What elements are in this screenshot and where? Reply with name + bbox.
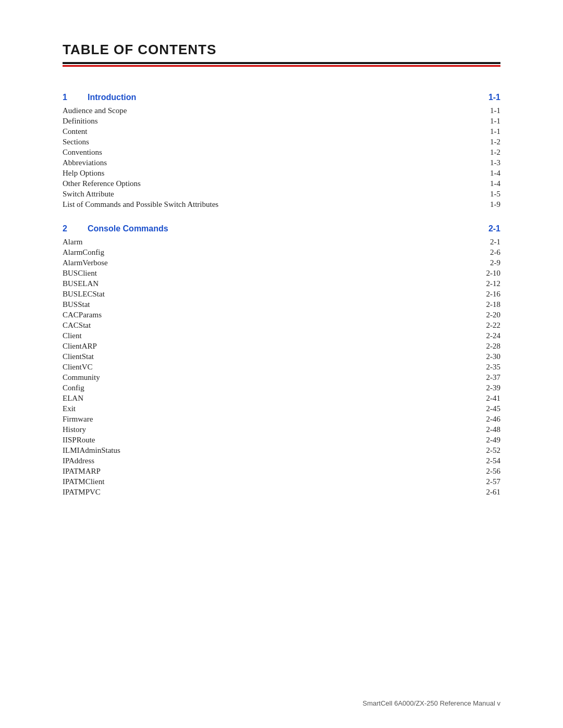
section-title-1: Introduction xyxy=(88,93,136,102)
toc-entry-page: 2-56 xyxy=(469,467,500,476)
toc-entry-title: Config xyxy=(63,384,84,392)
toc-entry-title: Help Options xyxy=(63,169,104,178)
toc-entry: ELAN2-41 xyxy=(63,393,500,403)
toc-entry-title: ILMIAdminStatus xyxy=(63,446,120,455)
toc-entry-title: IPATMPVC xyxy=(63,488,101,497)
toc-entry-page: 1-3 xyxy=(469,158,500,167)
title-rule-red xyxy=(63,65,500,67)
toc-entry-page: 2-46 xyxy=(469,415,500,424)
section-page-2: 2-1 xyxy=(488,224,500,233)
toc-entry-page: 1-9 xyxy=(469,200,500,209)
toc-entry: Definitions1-1 xyxy=(63,116,500,126)
toc-entry-page: 2-39 xyxy=(469,384,500,392)
toc-entry: Client2-24 xyxy=(63,330,500,341)
toc-entry-page: 2-48 xyxy=(469,425,500,434)
toc-entry: BUSClient2-10 xyxy=(63,268,500,278)
toc-entry-title: Sections xyxy=(63,138,89,146)
toc-entry-page: 1-2 xyxy=(469,148,500,157)
section-header-2: 2Console Commands2-1 xyxy=(63,224,500,233)
toc-entry-page: 2-6 xyxy=(469,248,500,257)
toc-entry-title: IPAddress xyxy=(63,456,94,465)
toc-entry-title: List of Commands and Possible Switch Att… xyxy=(63,200,218,209)
toc-entry: AlarmVerbose2-9 xyxy=(63,257,500,268)
toc-entry: Firmware2-46 xyxy=(63,414,500,424)
toc-entry: BUSELAN2-12 xyxy=(63,278,500,289)
toc-entry: History2-48 xyxy=(63,424,500,435)
toc-entry-page: 2-10 xyxy=(469,269,500,278)
toc-entry: IISPRoute2-49 xyxy=(63,435,500,445)
toc-entry: ClientARP2-28 xyxy=(63,341,500,351)
toc-entry-page: 2-30 xyxy=(469,352,500,361)
toc-entry: Conventions1-2 xyxy=(63,147,500,157)
toc-entry: IPATMARP2-56 xyxy=(63,466,500,476)
toc-entry: Abbreviations1-3 xyxy=(63,157,500,168)
toc-entry-title: Conventions xyxy=(63,148,102,157)
toc-entry-title: Abbreviations xyxy=(63,158,107,167)
toc-entry: CACParams2-20 xyxy=(63,310,500,320)
toc-entry-page: 2-49 xyxy=(469,436,500,445)
toc-entry-page: 2-52 xyxy=(469,446,500,455)
toc-entry-title: BUSStat xyxy=(63,300,90,309)
toc-entry-title: BUSClient xyxy=(63,269,97,278)
toc-entry-page: 2-20 xyxy=(469,311,500,319)
toc-entry-title: Definitions xyxy=(63,117,98,126)
toc-entry: BUSStat2-18 xyxy=(63,299,500,310)
toc-entry-title: ClientStat xyxy=(63,352,94,361)
toc-entry-page: 2-9 xyxy=(469,258,500,267)
toc-entry: IPAddress2-54 xyxy=(63,455,500,466)
toc-entry-page: 2-28 xyxy=(469,342,500,351)
toc-section-1: 1Introduction1-1Audience and Scope1-1Def… xyxy=(63,93,500,209)
toc-entry-title: Other Reference Options xyxy=(63,179,141,188)
toc-entry-page: 1-5 xyxy=(469,190,500,199)
section-num-1: 1 xyxy=(63,93,78,102)
toc-entry-title: AlarmConfig xyxy=(63,248,104,257)
toc-entry-title: ClientARP xyxy=(63,342,97,351)
toc-entry-page: 2-41 xyxy=(469,394,500,403)
toc-entry-title: Content xyxy=(63,127,88,136)
toc-entry-title: CACParams xyxy=(63,311,102,319)
toc-entry-title: Switch Attribute xyxy=(63,190,114,199)
title-rule-thick xyxy=(63,62,500,64)
section-page-1: 1-1 xyxy=(488,93,500,102)
toc-entry: Config2-39 xyxy=(63,382,500,393)
toc-entry: CACStat2-22 xyxy=(63,320,500,330)
section-title-2: Console Commands xyxy=(88,224,168,233)
toc-entry: Help Options1-4 xyxy=(63,168,500,178)
toc-entry: IPATMClient2-57 xyxy=(63,476,500,487)
toc-entry-title: AlarmVerbose xyxy=(63,258,108,267)
toc-entry-page: 1-4 xyxy=(469,169,500,178)
page: TABLE OF CONTENTS 1Introduction1-1Audien… xyxy=(0,0,563,728)
toc-entry-page: 1-2 xyxy=(469,138,500,146)
toc-entry-page: 2-37 xyxy=(469,373,500,382)
toc-entry-page: 2-18 xyxy=(469,300,500,309)
toc-entry: Audience and Scope1-1 xyxy=(63,105,500,116)
toc-entry-title: Exit xyxy=(63,404,76,413)
toc-entry: ClientVC2-35 xyxy=(63,362,500,372)
toc-entry-title: Community xyxy=(63,373,100,382)
toc-entry: Switch Attribute1-5 xyxy=(63,189,500,199)
toc-entry-page: 2-54 xyxy=(469,456,500,465)
section-header-1: 1Introduction1-1 xyxy=(63,93,500,102)
toc-entry: Alarm2-1 xyxy=(63,237,500,247)
section-header-left-2: 2Console Commands xyxy=(63,224,168,233)
toc-entry-page: 2-12 xyxy=(469,279,500,288)
toc-entry-title: CACStat xyxy=(63,321,91,330)
toc-entry-page: 2-61 xyxy=(469,488,500,497)
toc-entry-title: Audience and Scope xyxy=(63,106,127,115)
toc-entry-title: History xyxy=(63,425,86,434)
toc-entry: Exit2-45 xyxy=(63,403,500,414)
toc-entry-title: IISPRoute xyxy=(63,436,95,445)
toc-entry-page: 1-1 xyxy=(469,127,500,136)
toc-entry: BUSLECStat2-16 xyxy=(63,289,500,299)
toc-entry-title: Alarm xyxy=(63,238,82,246)
toc-entry: List of Commands and Possible Switch Att… xyxy=(63,199,500,209)
toc-entry-page: 2-35 xyxy=(469,363,500,372)
toc-entry: Community2-37 xyxy=(63,372,500,382)
toc-entry-page: 2-16 xyxy=(469,290,500,299)
toc-entry: Sections1-2 xyxy=(63,137,500,147)
footer: SmartCell 6A000/ZX-250 Reference Manual … xyxy=(363,699,500,707)
toc-entry-page: 1-4 xyxy=(469,179,500,188)
toc-entry-title: ELAN xyxy=(63,394,83,403)
toc-entry-page: 2-57 xyxy=(469,477,500,486)
toc-section-2: 2Console Commands2-1Alarm2-1AlarmConfig2… xyxy=(63,224,500,497)
